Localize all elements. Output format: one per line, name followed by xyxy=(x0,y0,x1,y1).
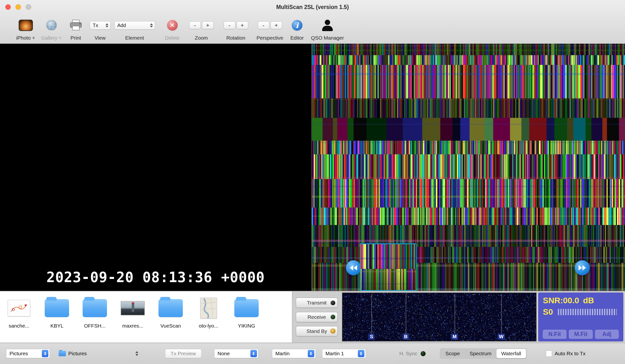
print-label: Print xyxy=(70,35,81,41)
file-browser: sanche... KBYL OFFSH... maxres... VueSca… xyxy=(0,291,292,343)
s-meter-bar xyxy=(558,309,617,315)
snr-readout: SNR:00.0 dB xyxy=(543,296,619,305)
fast-forward-button[interactable] xyxy=(575,260,590,275)
spectrum-display[interactable]: S B M W xyxy=(342,293,536,341)
rx-waterfall-image xyxy=(312,44,625,291)
rewind-icon xyxy=(349,265,357,271)
bottom-bar: Pictures Pictures Tx Preview None Martin… xyxy=(0,343,625,364)
standby-button[interactable]: Stand By xyxy=(296,326,338,336)
traffic-lights xyxy=(5,4,31,10)
chevron-up-down-icon xyxy=(148,23,153,28)
window-title: MultiScan 2SL (version 1.5) xyxy=(0,0,625,14)
editor-label: Editor xyxy=(290,35,304,41)
rotation-plus-button[interactable]: + xyxy=(237,21,248,29)
hsync-led xyxy=(421,351,426,356)
delete-icon xyxy=(167,20,178,30)
file-name: oto-lyo... xyxy=(199,323,219,329)
submode-select[interactable]: Martin 1 xyxy=(322,349,366,358)
perspective-plus-button[interactable]: + xyxy=(271,21,282,29)
mfit-button[interactable]: M.Fit xyxy=(569,330,593,339)
zoom-window-button[interactable] xyxy=(26,4,31,10)
gallery-label: Gallery + xyxy=(41,35,62,41)
toolbar-gallery-button[interactable]: Gallery + xyxy=(39,16,64,41)
toolbar-element-group: Add Element xyxy=(113,16,156,41)
folder-icon xyxy=(234,299,259,317)
spectrum-marker-line xyxy=(372,294,372,334)
auto-rx-checkbox[interactable] xyxy=(546,350,552,357)
view-select[interactable]: Tx xyxy=(90,21,111,30)
mode-select-value: Martin xyxy=(276,351,308,357)
tx-preview-pane[interactable]: 2023-09-20 08:13:36 +0000 xyxy=(0,44,312,291)
folder-path-label: Pictures xyxy=(68,351,87,357)
display-mode-segmented: Scope Spectrum Waterfall xyxy=(440,348,527,359)
auto-rx-label: Auto Rx to Tx xyxy=(555,351,586,357)
receive-button[interactable]: Receive xyxy=(296,312,338,322)
person-icon xyxy=(322,20,333,31)
file-item[interactable]: OFFSH... xyxy=(76,294,114,343)
file-item[interactable]: sanche... xyxy=(0,294,38,343)
select-stepper-icon xyxy=(308,350,314,357)
close-button[interactable] xyxy=(5,4,11,10)
toolbar-editor-button[interactable]: Editor xyxy=(288,16,306,41)
nfit-button[interactable]: N.Fit xyxy=(543,330,566,339)
main-area: 2023-09-20 08:13:36 +0000 xyxy=(0,44,625,291)
rx-image-pane[interactable] xyxy=(312,44,625,291)
tx-preview-button[interactable]: Tx Preview xyxy=(165,349,202,358)
minimize-button[interactable] xyxy=(16,4,21,10)
file-name: sanche... xyxy=(8,323,29,329)
rotation-minus-button[interactable]: - xyxy=(224,21,235,29)
source-select[interactable]: Pictures xyxy=(6,349,50,358)
rewind-button[interactable] xyxy=(346,260,361,275)
perspective-label: Perspective xyxy=(256,35,283,41)
tab-waterfall[interactable]: Waterfall xyxy=(496,349,526,358)
hsync-label: H. Sync xyxy=(399,351,417,357)
file-item[interactable]: KBYL xyxy=(38,294,76,343)
file-item[interactable]: VueScan xyxy=(152,294,190,343)
mode-panel: Transmit Receive Stand By xyxy=(292,291,341,343)
map-thumbnail xyxy=(200,298,217,319)
snr-value: 00.0 xyxy=(563,296,579,305)
transmit-label: Transmit xyxy=(307,300,327,306)
printer-icon xyxy=(69,19,83,31)
toolbar-print-button[interactable]: Print xyxy=(67,16,85,41)
marker-label-m: M xyxy=(451,334,458,340)
image-thumbnail xyxy=(8,300,30,316)
titlebar: MultiScan 2SL (version 1.5) xyxy=(0,0,625,14)
toolbar-zoom-group: - + Zoom xyxy=(188,16,215,41)
rx-preview-thumbnail[interactable] xyxy=(360,243,416,291)
toolbar-iphoto-button[interactable]: iPhoto + xyxy=(14,16,37,41)
folder-stepper[interactable] xyxy=(135,351,138,356)
overlay-select[interactable]: None xyxy=(214,349,258,358)
tab-scope[interactable]: Scope xyxy=(440,349,465,358)
file-item[interactable]: YIKING xyxy=(227,294,265,343)
marker-label-s: S xyxy=(369,334,375,340)
thumbnail-shade xyxy=(361,244,416,290)
file-item[interactable]: oto-lyo... xyxy=(190,294,227,343)
snr-unit: dB xyxy=(583,296,594,305)
mode-select[interactable]: Martin xyxy=(272,349,316,358)
zoom-in-button[interactable]: + xyxy=(202,21,214,29)
globe-icon xyxy=(46,19,57,31)
perspective-minus-button[interactable]: - xyxy=(258,21,269,29)
zoom-out-button[interactable]: - xyxy=(189,21,201,29)
toolbar-rotation-group: - + Rotation xyxy=(222,16,249,41)
select-stepper-icon xyxy=(358,350,364,357)
iphoto-icon xyxy=(19,20,33,31)
select-stepper-icon xyxy=(250,350,257,357)
file-item[interactable]: maxres... xyxy=(114,294,152,343)
transmit-led xyxy=(331,301,335,305)
file-name: VueScan xyxy=(160,323,181,329)
tab-spectrum[interactable]: Spectrum xyxy=(465,349,496,358)
element-select[interactable]: Add xyxy=(114,21,155,30)
adj-button[interactable]: Adj xyxy=(595,330,619,339)
transmit-button[interactable]: Transmit xyxy=(296,298,338,308)
folder-icon xyxy=(59,351,66,356)
toolbar-delete-button[interactable]: Delete xyxy=(162,16,183,41)
delete-label: Delete xyxy=(165,35,180,41)
receive-label: Receive xyxy=(308,314,326,320)
chevron-up-down-icon xyxy=(103,23,108,28)
folder-path[interactable]: Pictures xyxy=(59,351,87,357)
info-icon xyxy=(292,20,302,30)
toolbar-qso-manager-button[interactable]: QSO Manager xyxy=(308,16,347,41)
submode-select-value: Martin 1 xyxy=(325,351,358,357)
